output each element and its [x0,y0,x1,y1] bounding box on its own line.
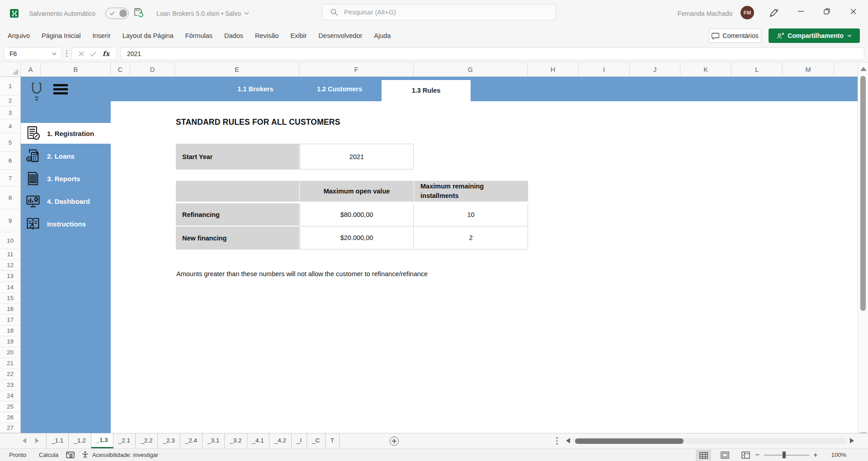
menu-item[interactable]: Fórmulas [179,32,218,39]
sheet-tab[interactable]: _3.1 [203,433,225,448]
hscroll-left-icon[interactable] [566,438,570,443]
sheet-tab[interactable]: _1.2 [69,433,91,448]
sidebar-item-dashboard[interactable]: 4. Dashboard [21,191,111,212]
restore-button[interactable] [816,0,837,23]
excel-app-icon[interactable] [10,9,19,18]
zoom-slider-track[interactable] [764,455,809,456]
zoom-in-button[interactable]: + [810,449,821,461]
close-button[interactable] [843,0,863,23]
row-header[interactable]: 27 [0,423,20,433]
row-header[interactable]: 19 [0,336,20,347]
sheet-tab[interactable]: _I [292,433,307,448]
row-header[interactable]: 4 [0,119,20,133]
table-cell-installments[interactable]: 10 [414,203,528,226]
vertical-scroll-thumb[interactable] [860,76,866,311]
chevron-down-icon[interactable] [52,52,57,55]
column-header[interactable]: H [528,63,579,76]
zoom-slider-thumb[interactable] [783,452,786,458]
menu-item[interactable]: Ajuda [368,32,396,39]
row-header[interactable]: 11 [0,249,20,260]
sidebar-item-loans[interactable]: $ 2. Loans [21,146,111,166]
column-header[interactable]: G [414,63,528,76]
sheet-tab[interactable]: _4.1 [247,433,269,448]
row-header[interactable]: 18 [0,325,20,336]
file-name[interactable]: Loan Brokers 5.0.xlsm • Salvo [156,10,241,17]
row-header[interactable]: 14 [0,282,20,293]
sheet-tab[interactable]: _3.2 [225,433,247,448]
vertical-scrollbar[interactable] [858,63,868,441]
sidebar-item-registration[interactable]: 1. Registration [21,123,111,144]
menu-item[interactable]: Revisão [249,32,284,39]
search-box[interactable]: Pesquisar (Alt+G) [322,4,556,20]
start-year-value-cell[interactable]: 2021 [300,144,414,169]
row-header[interactable]: 26 [0,412,20,423]
scroll-up-icon[interactable] [860,67,867,71]
tabbar-resize-handle[interactable] [556,437,558,445]
column-header[interactable]: J [630,63,680,76]
user-name[interactable]: Fernanda Machado [676,10,732,17]
avatar[interactable]: FM [741,6,754,19]
row-header[interactable]: 24 [0,390,20,401]
minimize-button[interactable] [790,0,811,23]
row-header[interactable]: 9 [0,209,20,232]
sidebar-item-reports[interactable]: 3. Reports [21,168,111,189]
menu-item[interactable]: Desenvolvedor [313,32,368,39]
banner-tab[interactable]: 1.1 Brokers [219,77,292,101]
normal-view-button[interactable] [696,450,711,461]
sheet-tab[interactable]: _1.3 [91,433,113,448]
page-break-view-button[interactable] [738,450,753,461]
sheet-tab[interactable]: _2.3 [158,433,180,448]
hamburger-menu-icon[interactable] [53,84,68,96]
row-header[interactable]: 5 [0,133,20,152]
accessibility-icon[interactable] [81,449,89,461]
formula-input[interactable]: 2021 [120,47,864,60]
column-header[interactable]: K [680,63,731,76]
comments-button[interactable]: Comentários [709,28,761,43]
sheet-tab[interactable]: _2.4 [180,433,203,448]
macro-record-icon[interactable] [66,449,75,461]
row-header[interactable]: 2 [0,95,20,106]
table-cell-installments[interactable]: 2 [414,226,528,249]
status-accessibility[interactable]: Acessibilidade: investigar [92,449,158,461]
sheet-tab[interactable]: _1.1 [47,433,69,448]
menu-item[interactable]: Dados [218,32,249,39]
row-header[interactable]: 25 [0,401,20,412]
sheet-tab[interactable]: _4.2 [269,433,292,448]
select-all-corner[interactable] [0,63,21,76]
horizontal-scroll-thumb[interactable] [575,438,684,444]
save-sync-icon[interactable] [134,8,143,17]
formula-bar-handle[interactable] [66,50,67,57]
sheet-nav-left-icon[interactable] [23,438,26,443]
column-header[interactable]: E [175,63,299,76]
row-header[interactable]: 23 [0,380,20,390]
enter-check-icon[interactable] [90,52,96,56]
sheet-tab[interactable]: T [326,433,340,448]
banner-tab[interactable]: 1.2 Customers [303,77,376,101]
chevron-down-icon[interactable] [244,12,249,15]
sheet-tab[interactable]: _C [307,433,325,448]
menu-item[interactable]: Layout da Página [117,32,179,39]
row-header[interactable]: 6 [0,152,20,170]
hscroll-right-icon[interactable] [850,438,854,443]
sidebar-item-instructions[interactable]: Instructions [21,213,111,234]
column-header[interactable]: A [21,63,41,76]
sheet-tab[interactable]: _2.2 [136,433,158,448]
column-header[interactable]: M [783,63,834,76]
menu-item[interactable]: Página Inicial [36,32,86,39]
row-header[interactable]: 3 [0,106,20,119]
add-sheet-button[interactable] [390,437,399,446]
column-header[interactable]: D [130,63,175,76]
horizontal-scrollbar[interactable] [573,438,847,444]
table-cell-value[interactable]: $80.000,00 [300,203,414,226]
zoom-out-button[interactable]: − [752,449,763,461]
row-header[interactable]: 13 [0,271,20,282]
row-header[interactable]: 16 [0,304,20,315]
column-header[interactable]: I [579,63,630,76]
page-layout-view-button[interactable] [717,450,732,461]
row-header[interactable]: 20 [0,347,20,358]
cancel-icon[interactable] [79,51,84,56]
insert-function-icon[interactable]: fx [103,50,109,58]
column-header[interactable]: B [41,63,111,76]
row-header[interactable]: 1 [0,77,20,95]
row-header[interactable]: 17 [0,315,20,325]
